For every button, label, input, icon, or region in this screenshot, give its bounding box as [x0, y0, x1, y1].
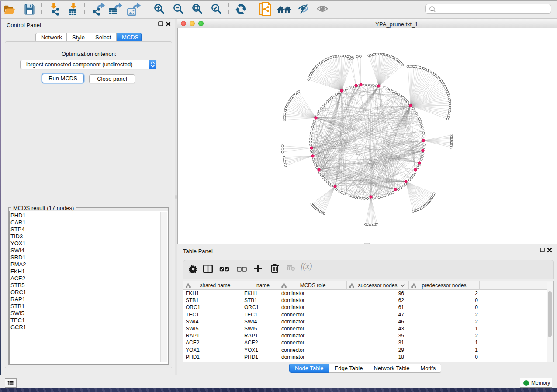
svg-text:f(x): f(x)	[301, 262, 312, 271]
